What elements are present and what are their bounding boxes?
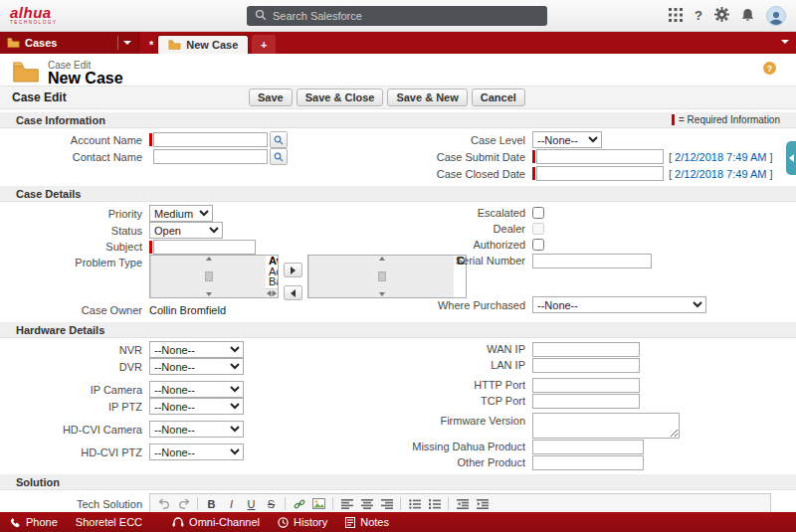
- escalated-checkbox[interactable]: [532, 207, 544, 219]
- insert-image-icon[interactable]: [309, 495, 328, 512]
- authorized-checkbox[interactable]: [532, 239, 544, 251]
- case-owner-label: Case Owner: [0, 304, 149, 316]
- utility-phone[interactable]: Phone: [10, 516, 58, 528]
- utility-shoretel-ecc[interactable]: Shoretel ECC: [76, 516, 142, 528]
- case-submit-date-input[interactable]: [536, 149, 664, 164]
- align-right-icon[interactable]: [377, 495, 396, 512]
- underline-button[interactable]: U: [242, 495, 261, 512]
- editor-toolbar: B I U S: [150, 494, 770, 512]
- contact-name-input[interactable]: [153, 149, 268, 164]
- cases-nav-tab[interactable]: Cases: [0, 32, 139, 54]
- align-center-icon[interactable]: [357, 495, 376, 512]
- contact-name-label: Contact Name: [0, 151, 149, 163]
- case-level-label: Case Level: [398, 134, 532, 146]
- utility-notes[interactable]: Notes: [345, 516, 389, 528]
- priority-select[interactable]: Medium: [149, 205, 213, 222]
- app-launcher-icon[interactable]: [669, 8, 683, 24]
- insert-link-icon[interactable]: [290, 495, 308, 512]
- tcp-port-label: TCP Port: [398, 395, 532, 407]
- redo-icon[interactable]: [174, 495, 193, 512]
- utility-omni-channel[interactable]: Omni-Channel: [172, 516, 260, 528]
- bold-button[interactable]: B: [202, 495, 221, 512]
- outdent-icon[interactable]: [453, 495, 472, 512]
- scroll-right-icon[interactable]: [273, 290, 277, 296]
- hdcvi-camera-select[interactable]: --None--: [149, 421, 244, 438]
- account-name-label: Account Name: [0, 134, 149, 146]
- global-search[interactable]: [247, 6, 547, 26]
- case-level-select[interactable]: --None--: [532, 131, 602, 148]
- search-input[interactable]: [273, 10, 539, 22]
- numbered-list-icon[interactable]: [425, 495, 444, 512]
- strikethrough-button[interactable]: S: [262, 495, 281, 512]
- ip-camera-select[interactable]: --None--: [149, 381, 244, 398]
- tcp-port-input[interactable]: [532, 394, 640, 409]
- help-icon[interactable]: ?: [695, 8, 702, 23]
- subject-input[interactable]: [153, 240, 256, 255]
- scroll-thumb[interactable]: [378, 271, 386, 281]
- list-item[interactable]: Backup: [269, 276, 275, 287]
- firmware-version-textarea[interactable]: [532, 413, 680, 439]
- dahua-logo: alhua TECHNOLOGY: [10, 5, 58, 26]
- notification-bell-icon[interactable]: [741, 8, 754, 24]
- utility-history[interactable]: History: [278, 516, 327, 528]
- scroll-up-icon[interactable]: [206, 257, 212, 261]
- account-name-input[interactable]: [153, 132, 268, 147]
- nvr-select[interactable]: --None--: [149, 341, 244, 358]
- search-icon: [255, 9, 267, 23]
- case-details-form: Priority Medium Status Open Subject Prob…: [0, 202, 796, 319]
- case-closed-date-now-link[interactable]: [ 2/12/2018 7:49 AM ]: [669, 168, 773, 180]
- section-case-information: Case Information = Required Information: [0, 112, 796, 128]
- tab-overflow-chevron-icon[interactable]: [781, 40, 789, 44]
- section-title: Hardware Details: [16, 324, 104, 336]
- chevron-down-icon[interactable]: [123, 41, 131, 45]
- save-button[interactable]: Save: [249, 89, 293, 106]
- tech-solution-label: Tech Solution: [0, 493, 149, 510]
- status-label: Status: [0, 225, 149, 237]
- indent-icon[interactable]: [473, 495, 492, 512]
- required-bar-icon: [149, 133, 152, 146]
- save-and-new-button[interactable]: Save & New: [387, 89, 467, 106]
- dvr-select[interactable]: --None--: [149, 358, 244, 375]
- italic-button[interactable]: I: [222, 495, 241, 512]
- undo-icon[interactable]: [154, 495, 173, 512]
- serial-number-input[interactable]: [532, 254, 652, 268]
- available-listbox[interactable]: Available Accessory Issue Backup Boot up…: [149, 255, 279, 298]
- logo-subtext: TECHNOLOGY: [10, 21, 58, 26]
- sidebar-expand-handle[interactable]: [786, 141, 796, 175]
- where-purchased-select[interactable]: --None--: [532, 296, 706, 313]
- missing-dahua-product-input[interactable]: [532, 440, 644, 454]
- save-and-close-button[interactable]: Save & Close: [297, 89, 384, 106]
- new-tab-button[interactable]: +: [252, 35, 276, 54]
- scroll-up-icon[interactable]: [379, 257, 385, 261]
- cancel-button[interactable]: Cancel: [472, 89, 525, 106]
- available-vertical-scrollbar[interactable]: [150, 256, 266, 297]
- page-help-icon[interactable]: ?: [763, 62, 776, 75]
- avatar[interactable]: [766, 6, 786, 26]
- available-title: Available: [269, 256, 275, 266]
- ip-ptz-select[interactable]: --None--: [149, 398, 244, 415]
- lan-ip-input[interactable]: [532, 358, 640, 373]
- case-closed-date-input[interactable]: [536, 166, 664, 181]
- bulleted-list-icon[interactable]: [405, 495, 424, 512]
- scroll-down-icon[interactable]: [379, 292, 385, 296]
- account-lookup-icon[interactable]: [270, 131, 288, 148]
- http-port-input[interactable]: [532, 378, 640, 393]
- contact-lookup-icon[interactable]: [270, 148, 288, 165]
- problem-type-label: Problem Type: [0, 255, 149, 268]
- hdcvi-ptz-select[interactable]: --None--: [149, 443, 244, 460]
- scroll-down-icon[interactable]: [206, 292, 212, 296]
- other-product-input[interactable]: [532, 455, 644, 470]
- lan-ip-label: LAN IP: [398, 359, 532, 371]
- section-hardware-details: Hardware Details: [0, 322, 796, 338]
- move-to-chosen-button[interactable]: [284, 263, 302, 277]
- tab-new-case[interactable]: New Case: [157, 35, 249, 54]
- escalated-label: Escalated: [398, 207, 532, 219]
- move-to-available-button[interactable]: [284, 285, 302, 300]
- status-select[interactable]: Open: [149, 222, 223, 239]
- available-horizontal-scrollbar[interactable]: [266, 288, 278, 297]
- wan-ip-input[interactable]: [532, 342, 640, 357]
- case-submit-date-now-link[interactable]: [ 2/12/2018 7:49 AM ]: [669, 151, 773, 163]
- align-left-icon[interactable]: [337, 495, 356, 512]
- setup-gear-icon[interactable]: [714, 7, 729, 24]
- scroll-thumb[interactable]: [205, 271, 213, 281]
